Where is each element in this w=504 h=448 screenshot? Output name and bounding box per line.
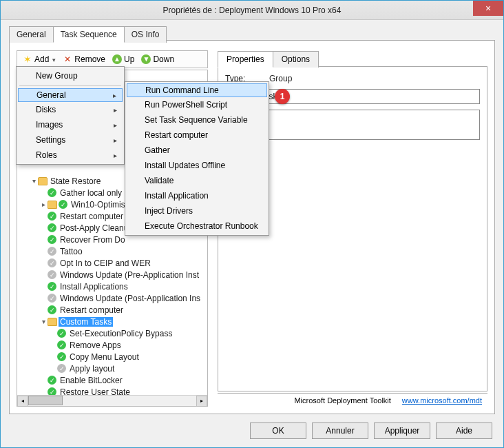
product-link[interactable]: www.microsoft.com/mdt bbox=[402, 396, 482, 405]
add-label: Add bbox=[34, 54, 49, 64]
tree-node[interactable]: Set-ExecutionPolicy Bypass bbox=[17, 327, 207, 339]
name-input[interactable] bbox=[232, 89, 480, 104]
menu-item[interactable]: Execute Orchestrator Runbook bbox=[127, 218, 267, 234]
check-icon bbox=[48, 188, 56, 197]
dialog-buttons: OK Annuler Appliquer Aide bbox=[250, 422, 492, 439]
down-label: Down bbox=[153, 54, 174, 64]
window: Propriétés de : Deployment Windows 10 Pr… bbox=[0, 0, 504, 448]
scroll-right-icon[interactable]: ▸ bbox=[196, 396, 207, 407]
tree-node-label: Tattoo bbox=[59, 247, 84, 256]
tree-node[interactable]: Enable BitLocker bbox=[17, 374, 207, 386]
menu-item[interactable]: General▸ bbox=[18, 88, 123, 102]
tree-node[interactable]: Opt In to CEIP and WER bbox=[17, 257, 207, 269]
folder-icon bbox=[48, 201, 57, 209]
remove-label: Remove bbox=[74, 54, 105, 64]
menu-item[interactable]: Set Task Sequence Variable bbox=[127, 112, 267, 128]
submenu-arrow-icon: ▸ bbox=[114, 152, 117, 159]
menu-item[interactable]: Roles▸ bbox=[18, 147, 123, 163]
tree-node-label: Restart computer bbox=[59, 305, 125, 315]
tree-node[interactable]: ▾Custom Tasks bbox=[17, 316, 207, 327]
tree-node-label: Enable BitLocker bbox=[59, 376, 124, 385]
check-icon bbox=[57, 352, 66, 361]
product-label: Microsoft Deployment Toolkit bbox=[294, 396, 390, 405]
tree-node-label: Custom Tasks bbox=[59, 317, 113, 327]
footer: Microsoft Deployment Toolkit www.microso… bbox=[218, 393, 487, 407]
tab-properties[interactable]: Properties bbox=[218, 51, 273, 68]
tab-options[interactable]: Options bbox=[273, 51, 319, 68]
disabled-icon bbox=[57, 364, 66, 373]
ok-button[interactable]: OK bbox=[250, 422, 306, 439]
check-icon bbox=[48, 235, 56, 244]
submenu-arrow-icon: ▸ bbox=[114, 121, 117, 129]
tree-node-label: Recover From Do bbox=[59, 235, 127, 245]
tree-node[interactable]: Copy Menu Layout bbox=[17, 351, 207, 363]
tree-node-label: Windows Update (Post-Application Ins bbox=[59, 294, 202, 303]
add-button[interactable]: Add bbox=[20, 53, 59, 65]
check-icon bbox=[48, 305, 56, 314]
collapse-icon[interactable]: ▾ bbox=[30, 177, 38, 185]
tree-node-label: Restore User State bbox=[59, 387, 132, 396]
callout-label: 1 bbox=[280, 92, 285, 101]
apply-button[interactable]: Appliquer bbox=[374, 422, 430, 439]
expand-icon[interactable]: ▸ bbox=[39, 201, 48, 208]
menu-item[interactable]: New Group bbox=[18, 68, 123, 83]
up-button[interactable]: Up bbox=[109, 53, 137, 65]
tab-os-info[interactable]: OS Info bbox=[124, 26, 167, 43]
add-icon bbox=[23, 54, 32, 64]
disabled-icon bbox=[48, 258, 56, 267]
menu-separator bbox=[19, 85, 121, 86]
submenu-arrow-icon: ▸ bbox=[114, 136, 117, 144]
tree-node[interactable]: Restart computer bbox=[17, 304, 207, 316]
tab-general[interactable]: General bbox=[9, 26, 54, 43]
menu-item[interactable]: Disks▸ bbox=[18, 102, 123, 117]
arrow-down-icon bbox=[141, 54, 151, 64]
cancel-button[interactable]: Annuler bbox=[312, 422, 368, 439]
tab-task-sequence[interactable]: Task Sequence bbox=[53, 26, 125, 43]
menu-item[interactable]: Run PowerShell Script bbox=[127, 97, 267, 112]
help-button[interactable]: Aide bbox=[436, 422, 492, 439]
tree-node-label: Gather local only bbox=[59, 188, 123, 198]
menu-item[interactable]: Run Command Line bbox=[127, 83, 267, 97]
submenu-arrow-icon: ▸ bbox=[113, 92, 116, 99]
titlebar: Propriétés de : Deployment Windows 10 Pr… bbox=[1, 1, 503, 20]
tree-node[interactable]: Install Applications bbox=[17, 281, 207, 292]
down-button[interactable]: Down bbox=[138, 53, 177, 65]
tree-node-label: Opt In to CEIP and WER bbox=[59, 258, 152, 268]
callout-badge: 1 bbox=[275, 89, 290, 104]
tree-node-label: Apply layout bbox=[68, 364, 116, 374]
tree-node-label: Restart computer bbox=[59, 212, 125, 221]
scroll-thumb[interactable] bbox=[28, 396, 63, 405]
main-tabs: General Task Sequence OS Info bbox=[9, 26, 495, 42]
tree-node[interactable]: Restore User State bbox=[17, 386, 207, 395]
scroll-left-icon[interactable]: ◂ bbox=[17, 396, 28, 407]
close-icon: × bbox=[485, 3, 491, 14]
remove-button[interactable]: Remove bbox=[60, 53, 108, 65]
menu-item[interactable]: Install Application bbox=[127, 188, 267, 203]
general-submenu: Run Command LineRun PowerShell ScriptSet… bbox=[125, 81, 269, 236]
tree-node[interactable]: Apply layout bbox=[17, 363, 207, 374]
tree-node-label: Windows Update (Pre-Application Inst bbox=[59, 270, 200, 280]
horizontal-scrollbar[interactable]: ◂ ▸ bbox=[17, 395, 207, 406]
tree-node[interactable]: Windows Update (Post-Application Ins bbox=[17, 292, 207, 304]
menu-item[interactable]: Install Updates Offline bbox=[127, 158, 267, 173]
disabled-icon bbox=[48, 270, 56, 279]
menu-item[interactable]: Settings▸ bbox=[18, 132, 123, 147]
tree-node[interactable]: Tattoo bbox=[17, 245, 207, 257]
comments-input[interactable] bbox=[232, 110, 480, 140]
collapse-icon[interactable]: ▾ bbox=[39, 318, 48, 325]
menu-item[interactable]: Validate bbox=[127, 173, 267, 188]
tree-node[interactable]: Remove Apps bbox=[17, 339, 207, 351]
chevron-down-icon bbox=[51, 54, 56, 64]
menu-item[interactable]: Images▸ bbox=[18, 117, 123, 132]
check-icon bbox=[48, 212, 56, 221]
tree-node[interactable]: Windows Update (Pre-Application Inst bbox=[17, 269, 207, 281]
check-icon bbox=[59, 200, 67, 209]
tree-node-label: Copy Menu Layout bbox=[68, 352, 140, 362]
disabled-icon bbox=[48, 294, 56, 303]
menu-item[interactable]: Gather bbox=[127, 143, 267, 158]
folder-icon bbox=[48, 318, 57, 326]
menu-item[interactable]: Restart computer bbox=[127, 128, 267, 143]
close-button[interactable]: × bbox=[473, 1, 503, 16]
type-value: Group bbox=[269, 74, 292, 83]
menu-item[interactable]: Inject Drivers bbox=[127, 203, 267, 218]
